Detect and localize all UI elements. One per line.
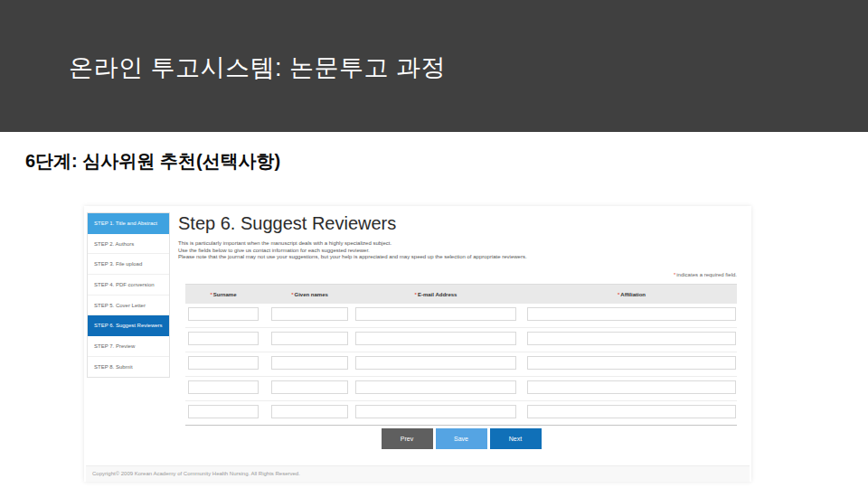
sidebar-item-step-3[interactable]: STEP 3. File upload (88, 254, 169, 275)
reviewer-row-4-surname-input[interactable] (188, 380, 259, 394)
column-header-affiliation: *Affiliation (527, 285, 736, 305)
reviewer-row (185, 328, 737, 352)
required-asterisk: * (618, 292, 619, 297)
reviewer-row-1-email-input[interactable] (355, 307, 516, 321)
reviewer-row-1-surname-input[interactable] (188, 307, 259, 321)
reviewer-row-5-email-input[interactable] (355, 405, 516, 418)
reviewer-row-1-affiliation-input[interactable] (527, 307, 736, 321)
reviewer-row (185, 352, 737, 377)
slide-title: 온라인 투고시스템: 논문투고 과정 (69, 52, 446, 84)
reviewer-row (185, 377, 737, 401)
copyright-text: Copyright© 2009 Korean Academy of Commun… (92, 471, 300, 476)
column-header-given-names: *Given names (271, 285, 348, 305)
sidebar-item-step-4[interactable]: STEP 4. PDF conversion (88, 275, 169, 296)
next-button[interactable]: Next (490, 428, 542, 449)
sidebar-item-step-1[interactable]: STEP 1. Title and Abstract (88, 213, 169, 234)
required-asterisk: * (291, 292, 293, 297)
reviewer-row-3-surname-input[interactable] (188, 356, 259, 370)
prev-button[interactable]: Prev (382, 428, 433, 449)
column-header-surname: *Surname (188, 285, 259, 305)
description-block: This is particularly important when the … (178, 240, 684, 261)
reviewer-row-5-given-names-input[interactable] (271, 405, 348, 418)
reviewer-row-3-given-names-input[interactable] (271, 356, 348, 370)
slide-header-band: 온라인 투고시스템: 논문투고 과정 (0, 0, 868, 132)
reviewer-rows (185, 304, 737, 426)
required-field-note: *indicates a required field. (185, 272, 737, 277)
required-asterisk: * (415, 292, 417, 297)
site-footer: Copyright© 2009 Korean Academy of Commun… (86, 465, 750, 482)
reviewer-row-3-email-input[interactable] (355, 356, 516, 370)
sidebar-item-step-6[interactable]: STEP 6. Suggest Reviewers (88, 315, 169, 336)
reviewer-row-2-email-input[interactable] (355, 332, 516, 345)
wizard-step-list: STEP 1. Title and AbstractSTEP 2. Author… (87, 212, 170, 378)
required-asterisk: * (674, 272, 675, 277)
slide-subtitle: 6단계: 심사위원 추천(선택사항) (25, 149, 280, 174)
button-bar: Prev Save Next (185, 428, 737, 449)
reviewer-row-3-affiliation-input[interactable] (527, 356, 736, 370)
sidebar-item-step-2[interactable]: STEP 2. Authors (88, 234, 169, 255)
save-button[interactable]: Save (436, 428, 487, 449)
required-note-text: indicates a required field. (676, 272, 737, 277)
reviewer-row-4-affiliation-input[interactable] (527, 380, 736, 394)
description-line: Please note that the journal may not use… (178, 254, 684, 261)
submission-system-screenshot: STEP 1. Title and AbstractSTEP 2. Author… (84, 206, 751, 482)
reviewer-row-5-affiliation-input[interactable] (527, 405, 736, 418)
reviewer-row (185, 304, 737, 328)
column-header-email: *E-mail Address (355, 285, 516, 305)
reviewer-row-4-email-input[interactable] (355, 380, 516, 394)
reviewer-row-2-given-names-input[interactable] (271, 332, 348, 345)
table-header-row: *Surname*Given names*E-mail Address*Affi… (185, 284, 737, 304)
description-line: Use the fields below to give us contact … (178, 248, 684, 255)
required-asterisk: * (210, 292, 212, 297)
description-line: This is particularly important when the … (178, 240, 684, 248)
reviewer-row-2-surname-input[interactable] (188, 332, 259, 345)
sidebar-item-step-8[interactable]: STEP 8. Submit (88, 357, 169, 377)
sidebar-item-step-7[interactable]: STEP 7. Preview (88, 336, 169, 357)
reviewer-row-2-affiliation-input[interactable] (527, 332, 736, 345)
page-title: Step 6. Suggest Reviewers (178, 213, 396, 234)
reviewer-row-5-surname-input[interactable] (188, 405, 259, 418)
reviewer-row (185, 401, 737, 425)
reviewer-row-4-given-names-input[interactable] (271, 380, 348, 394)
reviewer-row-1-given-names-input[interactable] (271, 307, 348, 321)
sidebar-item-step-5[interactable]: STEP 5. Cover Letter (88, 296, 169, 316)
